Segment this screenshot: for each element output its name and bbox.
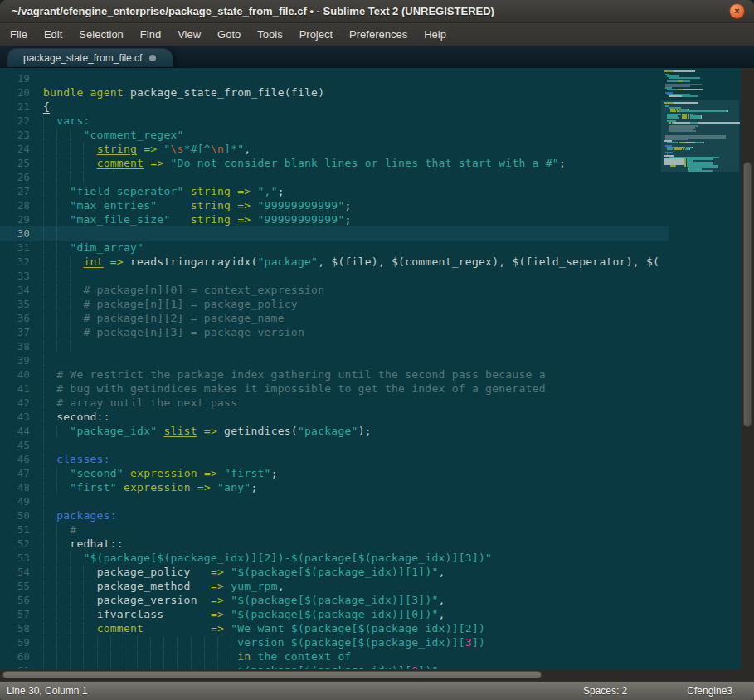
menu-item-project[interactable]: Project [291,25,341,44]
code-line[interactable]: 54 package_policy => "$(package[$(packag… [0,565,669,579]
code-pane[interactable]: 1920bundle agent package_state_from_file… [0,68,669,669]
code-line[interactable]: 47 "second" expression => "first"; [0,466,669,480]
code-line[interactable]: 26 [0,170,669,184]
menu-item-selection[interactable]: Selection [71,25,131,44]
code-line[interactable]: 56 package_version => "$(package[$(packa… [0,593,669,607]
horizontal-scrollbar[interactable] [0,669,754,681]
code-line[interactable]: 25 comment => "Do not consider blank lin… [0,156,669,170]
line-number: 42 [0,396,30,411]
code-line[interactable]: 28 "max_entries" string => "99999999999"… [0,198,669,212]
horizontal-scrollbar-thumb[interactable] [2,671,542,678]
code-line[interactable]: 52 redhat:: [0,537,669,551]
indent-guides [43,368,56,381]
code-line[interactable]: 59 version $(package[$(package_idx)][3]) [0,635,669,649]
code-line[interactable]: 29 "max_file_size" string => "9999999999… [0,212,669,226]
code-line[interactable]: 30 [0,226,669,241]
menu-item-find[interactable]: Find [132,25,169,44]
indent-guides [43,340,83,352]
code-line[interactable]: 58 comment => "We want $(package[$(packa… [0,621,669,635]
indent-guides [43,185,70,197]
code-line[interactable]: 34 # package[n][0] = context_expression [0,283,669,297]
line-number: 50 [0,509,30,523]
indent-guides [43,594,97,606]
title-bar[interactable]: ~/vagrant/cfengine_enterprise/package_st… [0,0,754,23]
line-number: 28 [0,199,30,213]
indent-guides [43,608,97,620]
line-number: 53 [0,552,30,566]
code-line[interactable]: 24 string => "\s*#[^\n]*", [0,142,669,156]
menu-item-view[interactable]: View [169,25,209,44]
line-number: 44 [0,425,30,439]
code-line[interactable]: 55 package_method => yum_rpm, [0,579,669,593]
code-line[interactable]: 61 $(package[$(package_idx)][0])" [0,664,669,669]
syntax-setting[interactable]: Cfengine3 [687,685,732,697]
indent-guides [43,439,56,451]
code-line[interactable]: 22 vars: [0,114,669,128]
indent-guides [43,213,70,226]
code-line[interactable]: 38 [0,339,669,353]
code-line[interactable]: 43 second:: [0,410,669,424]
code-line[interactable]: 53 "$(package[$(package_idx)][2])-$(pack… [0,551,669,565]
code-line[interactable]: 48 "first" expression => "any"; [0,480,669,494]
code-line[interactable]: 33 [0,269,669,283]
code-line[interactable]: 50 packages: [0,508,669,523]
code-line[interactable]: 60 in the context of [0,649,669,664]
menu-item-help[interactable]: Help [416,25,455,44]
indent-guides [43,298,83,310]
tab-package-state-from-file[interactable]: package_state_from_file.cf [8,49,173,66]
menu-item-edit[interactable]: Edit [36,25,71,44]
close-icon: × [730,4,744,18]
vertical-scrollbar[interactable] [741,68,754,681]
indent-guides [43,382,56,395]
code-line[interactable]: 42 # array until the next pass [0,396,669,410]
code-line[interactable]: 32 int => readstringarrayidx("package", … [0,255,669,269]
indent-guides [43,481,70,493]
vertical-scrollbar-thumb[interactable] [743,162,752,427]
code-line[interactable]: 21{ [0,100,669,114]
line-number: 57 [0,608,30,622]
line-number: 60 [0,650,30,664]
modified-dot-icon [149,55,156,61]
code-line[interactable]: 46 classes: [0,452,669,466]
indent-setting[interactable]: Spaces: 2 [583,685,627,697]
minimap-viewport[interactable] [661,100,739,172]
code-line[interactable]: 39 [0,353,669,367]
line-number: 47 [0,467,30,481]
minimap[interactable] [658,68,741,669]
code-line[interactable]: 41 # bug with getindices makes it imposs… [0,382,669,396]
line-number: 37 [0,326,30,340]
indent-guides [43,199,70,211]
code-line[interactable]: 44 "package_idx" slist => getindices("pa… [0,424,669,438]
indent-guides [43,425,70,437]
code-line[interactable]: 51 # [0,523,669,537]
line-number: 36 [0,312,30,326]
close-button[interactable]: × [729,3,745,19]
line-number: 31 [0,241,30,255]
code-line[interactable]: 19 [0,71,669,85]
code-line[interactable]: 27 "field_seperator" string => ","; [0,184,669,198]
code-line[interactable]: 37 # package[n][3] = package_version [0,325,669,339]
line-number: 55 [0,580,30,594]
line-number: 25 [0,157,30,171]
indent-guides [43,255,83,268]
code-line[interactable]: 40 # We restrict the package index gathe… [0,367,669,382]
code-line[interactable]: 49 [0,494,669,508]
menu-item-goto[interactable]: Goto [209,25,249,44]
code-line[interactable]: 35 # package[n][1] = package_policy [0,297,669,311]
code-line[interactable]: 23 "comment_regex" [0,128,669,142]
indent-guides [43,284,83,296]
code-line[interactable]: 31 "dim_array" [0,241,669,255]
indent-guides [43,495,56,508]
line-number: 38 [0,340,30,354]
line-number: 54 [0,566,30,580]
code-line[interactable]: 57 ifvarclass => "$(package[$(package_id… [0,607,669,621]
menu-item-tools[interactable]: Tools [249,25,290,44]
line-number: 22 [0,114,30,129]
code-line[interactable]: 20bundle agent package_state_from_file(f… [0,85,669,100]
menu-item-preferences[interactable]: Preferences [341,25,416,44]
menu-item-file[interactable]: File [2,25,36,44]
menu-bar: FileEditSelectionFindViewGotoToolsProjec… [0,23,754,46]
code-line[interactable]: 36 # package[n][2] = package_name [0,311,669,325]
editor-area: 1920bundle agent package_state_from_file… [0,68,754,681]
code-line[interactable]: 45 [0,438,669,452]
